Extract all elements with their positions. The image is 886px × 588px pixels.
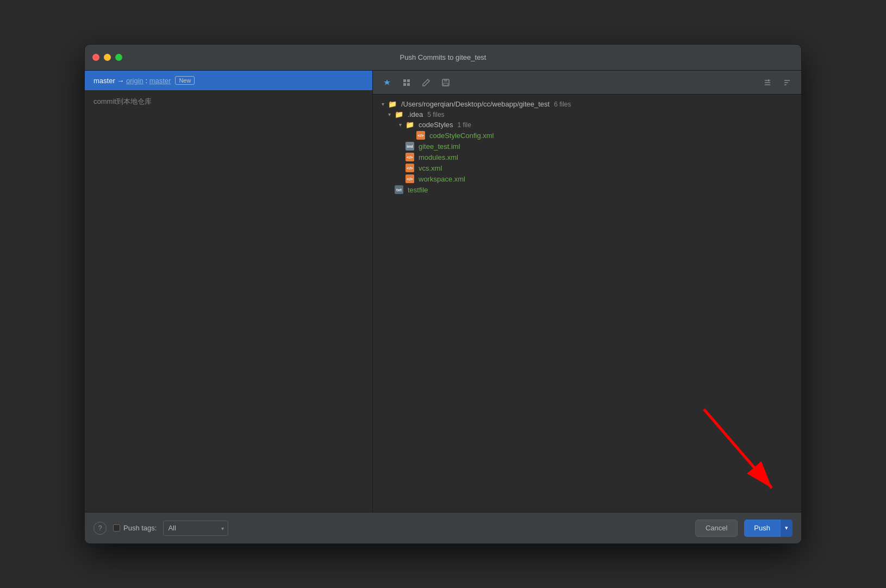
file-name-gitee-iml: gitee_test.iml (419, 142, 460, 151)
root-count: 6 files (554, 101, 571, 108)
svg-rect-3 (407, 83, 410, 86)
left-panel: master → origin : master New commit到本地仓库 (85, 71, 373, 512)
commit-item: commit到本地仓库 (93, 95, 364, 109)
tree-file-codestyleconfig[interactable]: ▾ </> codeStyleConfig.xml (373, 130, 801, 141)
file-name-codestyleconfig: codeStyleConfig.xml (429, 132, 494, 140)
svg-rect-2 (403, 83, 406, 86)
minimize-button[interactable] (104, 54, 111, 61)
codestyles-folder-name: codeStyles (419, 121, 453, 129)
svg-rect-1 (407, 79, 410, 82)
titlebar: Push Commits to gitee_test (85, 45, 801, 71)
window-title: Push Commits to gitee_test (400, 53, 486, 61)
txt-icon: txt (395, 185, 403, 194)
svg-rect-5 (444, 79, 447, 82)
cancel-button[interactable]: Cancel (695, 520, 738, 537)
help-icon: ? (98, 524, 102, 532)
save-button[interactable] (438, 75, 453, 90)
push-button[interactable]: Push (744, 520, 780, 537)
branch-info: master → origin : master (93, 77, 171, 85)
idea-count: 5 files (427, 111, 444, 118)
xml-icon: </> (405, 174, 414, 183)
svg-rect-6 (444, 83, 448, 85)
remote-name[interactable]: origin (126, 77, 143, 85)
push-tags-label: Push tags: (113, 524, 157, 532)
chevron-down-icon: ▾ (379, 101, 386, 107)
close-button[interactable] (92, 54, 99, 61)
remote-branch[interactable]: master (149, 77, 171, 85)
commit-list: commit到本地仓库 (85, 90, 372, 512)
push-tags-text: Push tags: (123, 524, 157, 532)
help-button[interactable]: ? (93, 522, 107, 535)
file-name-workspace: workspace.xml (419, 175, 465, 183)
toolbar-right (760, 75, 795, 90)
traffic-lights (92, 54, 122, 61)
new-badge: New (175, 76, 195, 85)
xml-icon: </> (416, 131, 425, 140)
chevron-down-icon: ▾ (397, 122, 403, 128)
right-panel: ▾ 📁 /Users/rogerqian/Desktop/cc/webapp/g… (373, 71, 801, 512)
separator: : (145, 77, 149, 85)
file-name-vcs: vcs.xml (419, 164, 442, 172)
codestyles-count: 1 file (458, 121, 471, 129)
maximize-button[interactable] (115, 54, 122, 61)
tree-file-vcs[interactable]: ▾ </> vcs.xml (373, 162, 801, 173)
push-tags-checkbox[interactable] (113, 524, 120, 531)
root-path: /Users/rogerqian/Desktop/cc/webapp/gitee… (401, 100, 550, 108)
tree-file-modules[interactable]: ▾ </> modules.xml (373, 152, 801, 162)
iml-icon: iml (405, 142, 414, 151)
toolbar-left (379, 75, 453, 90)
arrow: → (117, 77, 126, 85)
push-button-group: Push ▾ (744, 520, 793, 537)
push-dropdown-button[interactable]: ▾ (780, 520, 793, 537)
filter-button[interactable] (760, 75, 775, 90)
file-name-modules: modules.xml (419, 153, 458, 161)
tree-root[interactable]: ▾ 📁 /Users/rogerqian/Desktop/cc/webapp/g… (373, 99, 801, 109)
edit-button[interactable] (419, 75, 434, 90)
tags-select-wrapper: All Nothing Annotated ▾ (163, 521, 228, 536)
bottom-bar: ? Push tags: All Nothing Annotated ▾ Can… (85, 512, 801, 543)
tree-file-testfile[interactable]: ▾ txt testfile (373, 184, 801, 195)
chevron-down-icon: ▾ (386, 111, 392, 117)
local-branch: master (93, 77, 115, 85)
tags-select[interactable]: All Nothing Annotated (163, 521, 228, 536)
chevron-down-icon: ▾ (785, 524, 788, 531)
codestyles-folder[interactable]: ▾ 📁 codeStyles 1 file (373, 120, 801, 130)
grid-button[interactable] (399, 75, 414, 90)
pin-button[interactable] (379, 75, 395, 90)
right-toolbar (373, 71, 801, 95)
file-tree: ▾ 📁 /Users/rogerqian/Desktop/cc/webapp/g… (373, 95, 801, 512)
file-name-testfile: testfile (408, 186, 428, 194)
tree-file-gitee-iml[interactable]: ▾ iml gitee_test.iml (373, 141, 801, 152)
tree-file-workspace[interactable]: ▾ </> workspace.xml (373, 173, 801, 184)
svg-rect-0 (403, 79, 406, 82)
idea-folder[interactable]: ▾ 📁 .idea 5 files (373, 109, 801, 120)
xml-icon: </> (405, 153, 414, 161)
sort-button[interactable] (779, 75, 795, 90)
idea-folder-name: .idea (408, 110, 423, 118)
main-window: Push Commits to gitee_test master → orig… (84, 44, 802, 544)
branch-row[interactable]: master → origin : master New (85, 71, 372, 90)
main-content: master → origin : master New commit到本地仓库 (85, 71, 801, 512)
xml-icon: </> (405, 164, 414, 172)
